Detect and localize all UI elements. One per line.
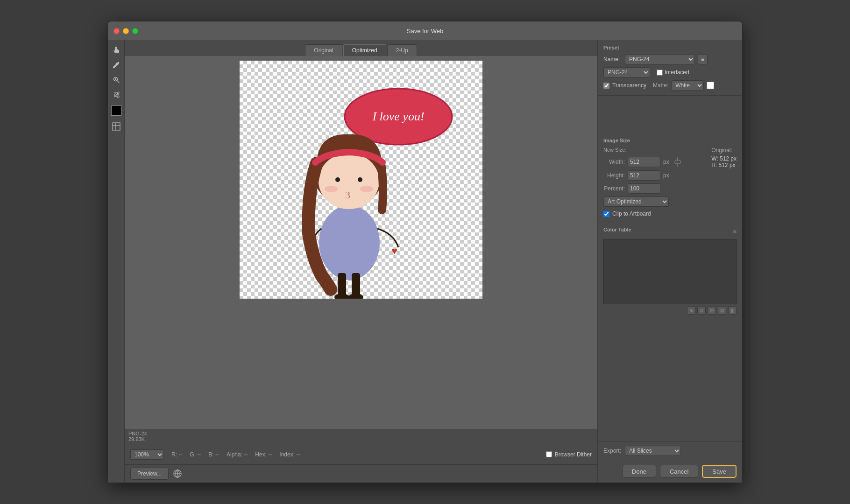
window-controls [113,28,138,34]
window-title: Save for Web [407,28,444,35]
tab-optimized[interactable]: Optimized [343,44,386,56]
width-input[interactable]: 512 [628,157,660,167]
orig-h: H: 512 px [711,162,737,168]
spacer [598,96,742,133]
ct-icon-3[interactable]: ⊞ [708,306,716,315]
globe-icon[interactable] [172,469,183,479]
hand-tool[interactable] [110,44,122,56]
svg-text:♥: ♥ [391,245,397,257]
svg-point-5 [117,92,119,94]
matte-select[interactable]: White None Black [671,80,704,91]
done-button[interactable]: Done [622,465,656,478]
svg-point-33 [348,294,363,299]
svg-point-27 [325,186,338,192]
left-toolbar [108,40,125,483]
percent-input[interactable]: 100 [628,183,660,194]
ct-icon-5[interactable]: 🗑 [728,306,737,315]
svg-text:I love you!: I love you! [372,110,424,123]
interlaced-label: Interlaced [665,69,689,76]
image-size: 29.93K [128,436,594,442]
quality-select[interactable]: Art Optimized [603,196,669,207]
format-row: PNG-24 Interlaced [603,67,737,77]
save-button[interactable]: Save [702,465,737,478]
eyedropper-tool[interactable] [110,59,122,71]
maximize-button[interactable] [132,28,138,34]
svg-point-18 [319,205,380,280]
clip-row: Clip to Artboard [603,210,737,217]
right-panel: Preset Name: PNG-24 ≡ PNG-24 Interlaced [597,40,742,483]
color-table-icons: ⊕ ↺ ⊞ ⊠ 🗑 [603,306,737,315]
height-label: Height: [603,172,625,179]
original-label: Original: [711,147,737,154]
svg-point-28 [360,186,373,192]
original-col: Original: W: 512 px H: 512 px [711,147,737,194]
orig-w: W: 512 px [711,155,737,162]
color-table-menu-icon[interactable]: ≡ [733,228,737,235]
svg-point-32 [334,294,349,299]
svg-point-26 [358,177,362,182]
interlaced-checkbox[interactable] [657,70,663,76]
svg-point-25 [335,177,340,182]
ct-icon-2[interactable]: ↺ [697,306,706,315]
ct-icon-4[interactable]: ⊠ [718,306,726,315]
bottom-buttons: Done Cancel Save [598,460,742,483]
export-select[interactable]: All Slices [625,446,681,456]
color-swatch[interactable] [111,105,121,116]
transparency-checkbox[interactable] [603,83,609,89]
preview-button[interactable]: Preview... [130,468,169,480]
size-inputs: New Size: Width: 512 px [603,147,696,194]
size-upper: New Size: Width: 512 px [603,147,737,194]
minimize-button[interactable] [123,28,129,34]
tweak-tool[interactable] [110,89,122,101]
color-table-header: Color Table ≡ [603,227,737,236]
name-label: Name: [603,56,622,63]
preset-section: Preset Name: PNG-24 ≡ PNG-24 Interlaced [598,40,742,96]
svg-rect-10 [113,123,120,130]
transparency-row: Transparency Matte: White None Black [603,80,737,91]
width-label: Width: [603,159,625,165]
tab-2up[interactable]: 2-Up [387,44,417,56]
image-info: PNG-24 29.93K [125,429,597,444]
percent-label: Percent: [603,185,625,192]
svg-point-7 [114,94,116,96]
slice-tool[interactable] [110,120,122,133]
zoom-tool[interactable] [110,74,122,86]
tab-original[interactable]: Original [305,44,342,56]
cancel-button[interactable]: Cancel [660,465,698,478]
svg-point-24 [319,153,379,209]
export-row: Export: All Slices [598,442,742,460]
link-chain-icon[interactable] [673,155,682,168]
height-unit: px [663,172,669,179]
bottom-actions: Preview... [125,464,597,483]
canvas-inner: I love you! ♥ [240,61,482,299]
svg-line-1 [117,81,119,83]
quality-row: Art Optimized [603,196,737,207]
zoom-select[interactable]: 100% 50% 200% [130,449,164,460]
percent-row: Percent: 100 [603,183,696,194]
browser-dither-label: Browser Dither [555,451,592,458]
browser-dither-area: Browser Dither [546,451,592,458]
preset-name-select[interactable]: PNG-24 [625,54,695,64]
color-table-section: Color Table ≡ ⊕ ↺ ⊞ ⊠ 🗑 [598,222,742,442]
color-table-area [603,239,737,304]
tab-bar: Original Optimized 2-Up [125,40,597,56]
b-value: B: -- [208,451,219,458]
index-value: Index: -- [279,451,300,458]
pixel-info: R: -- G: -- B: -- Alpha: -- Hex: -- Inde… [171,451,300,458]
browser-dither-checkbox[interactable] [546,451,552,457]
ct-icon-1[interactable]: ⊕ [687,306,695,315]
image-size-section: Image Size New Size: Width: 512 px [598,133,742,222]
preset-menu-button[interactable]: ≡ [698,54,708,64]
alpha-value: Alpha: -- [227,451,248,458]
matte-color-swatch [707,82,714,89]
g-value: G: -- [190,451,201,458]
hex-value: Hex: -- [255,451,272,458]
format-select[interactable]: PNG-24 [603,67,650,77]
svg-point-9 [117,96,119,98]
height-input[interactable]: 512 [628,170,660,181]
clip-artboard-checkbox[interactable] [603,211,609,217]
close-button[interactable] [113,28,120,34]
width-row: Width: 512 px [603,155,696,168]
main-content: Original Optimized 2-Up [108,40,742,483]
save-for-web-window: Save for Web [107,21,743,483]
